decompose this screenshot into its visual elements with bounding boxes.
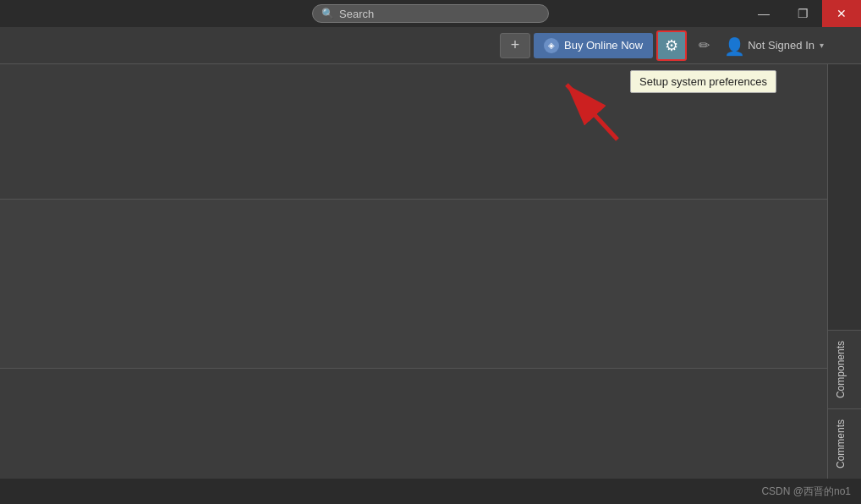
- content-section-2: [0, 200, 827, 369]
- user-label: Not Signed In: [748, 39, 814, 52]
- buy-online-button[interactable]: ◈ Buy Online Now: [534, 33, 653, 58]
- search-icon: 🔍: [321, 8, 334, 19]
- components-tab-label: Components: [835, 341, 847, 398]
- tooltip-text: Setup system preferences: [639, 75, 767, 88]
- user-account-button[interactable]: 👤 Not Signed In ▾: [721, 33, 827, 58]
- buy-icon: ◈: [544, 38, 559, 53]
- comments-tab[interactable]: Comments: [828, 408, 861, 479]
- toolbar: + ◈ Buy Online Now ⚙ ✏ 👤 Not Signed In ▾: [0, 27, 861, 64]
- add-icon: +: [511, 36, 520, 54]
- edit-icon: ✏: [699, 37, 710, 53]
- search-label: Search: [339, 8, 374, 20]
- window-controls: — ❐ ✕: [744, 0, 861, 27]
- dropdown-arrow-icon: ▾: [820, 41, 824, 50]
- settings-button[interactable]: ⚙: [656, 30, 687, 61]
- minimize-button[interactable]: —: [744, 0, 783, 27]
- svg-line-1: [567, 85, 617, 140]
- search-bar[interactable]: 🔍 Search: [312, 4, 549, 23]
- user-icon: 👤: [724, 36, 743, 55]
- watermark-text: CSDN @西晋的no1: [761, 485, 851, 499]
- maximize-button[interactable]: ❐: [783, 0, 822, 27]
- components-tab[interactable]: Components: [828, 330, 861, 408]
- edit-button[interactable]: ✏: [690, 33, 717, 58]
- title-bar: 🔍 Search — ❐ ✕: [0, 0, 861, 27]
- settings-icon: ⚙: [665, 36, 678, 55]
- tooltip-setup-preferences: Setup system preferences: [630, 70, 776, 93]
- add-button[interactable]: +: [500, 33, 530, 58]
- toolbar-right: + ◈ Buy Online Now ⚙ ✏ 👤 Not Signed In ▾: [500, 30, 861, 61]
- main-content-area: [0, 64, 827, 479]
- bottom-bar: CSDN @西晋的no1: [0, 479, 861, 504]
- close-button[interactable]: ✕: [822, 0, 861, 27]
- right-panel: Components Comments: [827, 64, 861, 479]
- buy-button-label: Buy Online Now: [564, 39, 643, 52]
- buy-icon-symbol: ◈: [548, 41, 555, 50]
- comments-tab-label: Comments: [835, 419, 847, 468]
